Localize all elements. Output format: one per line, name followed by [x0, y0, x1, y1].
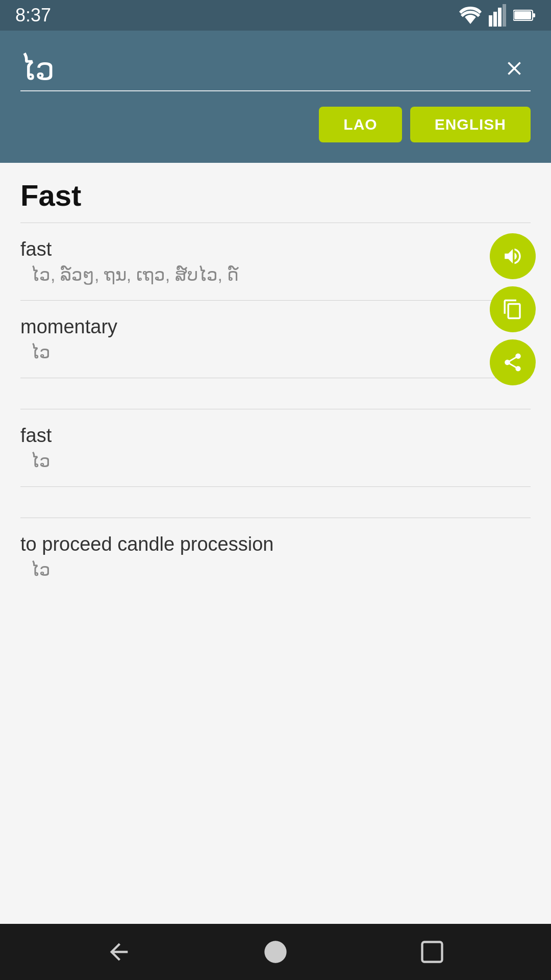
svg-rect-8 [422, 942, 442, 962]
entry-row-3: fast ໄວ [0, 409, 551, 486]
main-content: Fast fast ໄວ, ລ໌ວໆ, ຖນ, ເຖວ, ສ໌ບໄວ, ດ໌ [0, 163, 551, 924]
signal-icon [489, 4, 506, 27]
wifi-icon [459, 7, 482, 24]
entry-1-lao: ໄວ, ລ໌ວໆ, ຖນ, ເຖວ, ສ໌ບໄວ, ດ໌ [20, 264, 469, 285]
search-header: LAO ENGLISH [0, 31, 551, 163]
entry-row-4: to proceed candle procession ໄວ [0, 518, 551, 595]
entry-3-content: fast ໄວ [20, 425, 531, 471]
entry-4-content: to proceed candle procession ໄວ [20, 533, 531, 580]
entry-3-word: fast [20, 425, 531, 447]
bottom-nav [0, 924, 551, 980]
section-header: Fast [0, 163, 551, 223]
clear-icon [503, 57, 525, 80]
recent-button[interactable] [419, 939, 445, 965]
entry-2-content: momentary ໄວ [20, 316, 531, 362]
entry-3-lao: ໄວ [20, 451, 531, 471]
svg-rect-1 [493, 12, 497, 27]
svg-rect-5 [514, 11, 531, 19]
back-icon [106, 939, 132, 965]
search-input[interactable] [20, 51, 498, 86]
svg-rect-3 [503, 4, 506, 27]
speaker-button[interactable] [490, 233, 536, 279]
entry-4-word: to proceed candle procession [20, 533, 531, 555]
entry-row: fast ໄວ, ລ໌ວໆ, ຖນ, ເຖວ, ສ໌ບໄວ, ດ໌ [0, 223, 551, 300]
home-icon [262, 939, 289, 965]
lao-button[interactable]: LAO [319, 107, 402, 142]
entry-2-word: momentary [20, 316, 531, 338]
entry-1-content: fast ໄວ, ລ໌ວໆ, ຖນ, ເຖວ, ສ໌ບໄວ, ດ໌ [20, 238, 469, 285]
entry-row-2: momentary ໄວ [0, 301, 551, 378]
svg-rect-0 [489, 15, 492, 27]
status-bar: 8:37 [0, 0, 551, 31]
english-button[interactable]: ENGLISH [410, 107, 531, 142]
language-buttons: LAO ENGLISH [20, 107, 531, 142]
battery-icon [513, 9, 536, 22]
spacer-1 [0, 378, 551, 409]
entry-2-lao: ໄວ [20, 342, 531, 362]
recent-icon [419, 939, 445, 965]
spacer-2 [0, 487, 551, 518]
search-input-row[interactable] [20, 51, 531, 91]
section-title: Fast [20, 179, 81, 212]
back-button[interactable] [106, 939, 132, 965]
svg-point-7 [264, 941, 286, 963]
entry-1-word: fast [20, 238, 469, 260]
entry-4-lao: ໄວ [20, 559, 531, 580]
clear-button[interactable] [498, 52, 531, 86]
status-icons [459, 4, 536, 27]
svg-rect-2 [498, 8, 502, 27]
status-time: 8:37 [15, 5, 51, 26]
svg-rect-6 [533, 13, 535, 17]
speaker-icon [502, 246, 523, 267]
home-button[interactable] [262, 939, 289, 965]
